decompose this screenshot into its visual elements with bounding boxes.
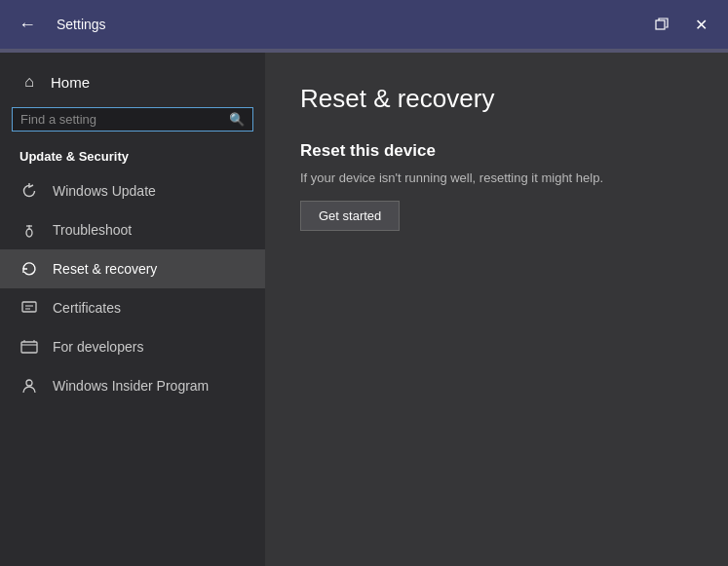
sidebar-item-certificates[interactable]: Certificates (0, 288, 265, 327)
sidebar-item-reset-recovery[interactable]: Reset & recovery (0, 249, 265, 288)
windows-update-icon (19, 181, 39, 201)
svg-point-11 (26, 380, 32, 386)
certificates-icon (19, 298, 39, 318)
title-bar-left: ← Settings (12, 9, 106, 40)
sidebar-item-windows-update[interactable]: Windows Update (0, 171, 265, 210)
section-description: If your device isn't running well, reset… (300, 170, 693, 185)
troubleshoot-label: Troubleshoot (53, 222, 132, 238)
svg-rect-4 (22, 302, 36, 312)
troubleshoot-icon (19, 220, 39, 240)
for-developers-icon (19, 337, 39, 357)
for-developers-label: For developers (53, 339, 143, 355)
sidebar: ⌂ Home 🔍 Update & Security Windows Updat… (0, 53, 265, 566)
get-started-button[interactable]: Get started (300, 201, 400, 231)
back-button[interactable]: ← (12, 9, 43, 40)
windows-update-label: Windows Update (53, 183, 156, 199)
app-title: Settings (57, 17, 106, 32)
home-icon: ⌂ (19, 72, 39, 92)
title-bar-controls: ✕ (646, 9, 716, 40)
main-layout: ⌂ Home 🔍 Update & Security Windows Updat… (0, 53, 728, 566)
sidebar-item-troubleshoot[interactable]: Troubleshoot (0, 210, 265, 249)
restore-button[interactable] (646, 9, 677, 40)
reset-recovery-icon (19, 259, 39, 279)
sidebar-item-for-developers[interactable]: For developers (0, 327, 265, 366)
content-area: Reset & recovery Reset this device If yo… (265, 53, 728, 566)
windows-insider-icon (19, 376, 39, 396)
close-button[interactable]: ✕ (685, 9, 716, 40)
sidebar-section-title: Update & Security (0, 145, 265, 171)
sidebar-item-windows-insider[interactable]: Windows Insider Program (0, 366, 265, 405)
certificates-label: Certificates (53, 300, 121, 316)
svg-rect-0 (656, 20, 665, 29)
page-title: Reset & recovery (300, 84, 693, 114)
search-icon: 🔍 (229, 112, 245, 127)
svg-rect-7 (21, 342, 37, 353)
title-bar: ← Settings ✕ (0, 0, 728, 49)
sidebar-item-home[interactable]: ⌂ Home (0, 64, 265, 99)
windows-insider-label: Windows Insider Program (53, 378, 209, 394)
search-box[interactable]: 🔍 (12, 107, 253, 132)
home-label: Home (51, 74, 90, 91)
section-title: Reset this device (300, 141, 693, 161)
svg-point-1 (26, 229, 32, 237)
reset-recovery-label: Reset & recovery (53, 261, 157, 277)
search-input[interactable] (20, 112, 229, 127)
